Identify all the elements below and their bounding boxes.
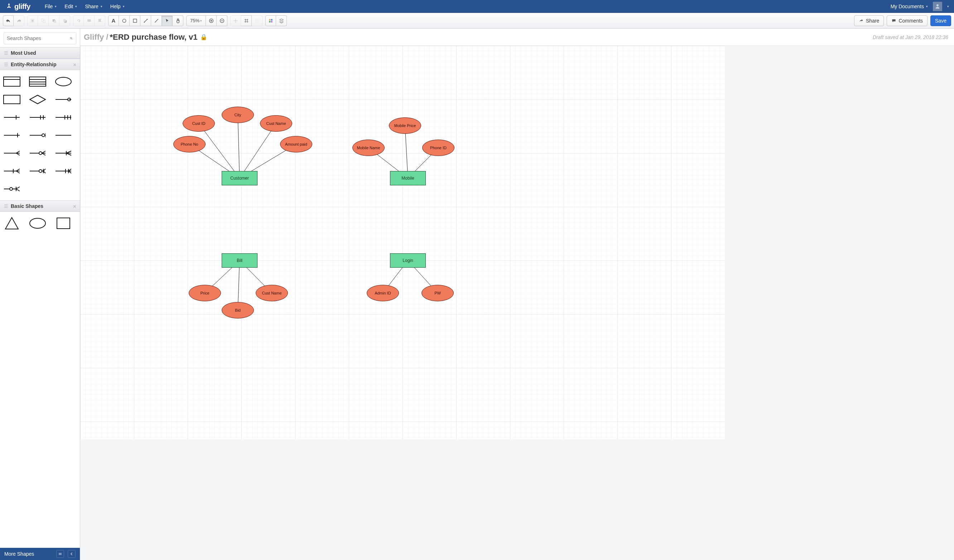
- snap-button[interactable]: [230, 16, 241, 26]
- svg-rect-33: [57, 218, 70, 229]
- bring-front-icon: [51, 18, 57, 23]
- entity-mobile[interactable]: Mobile: [390, 171, 426, 185]
- breadcrumb[interactable]: Gliffy /: [84, 33, 108, 42]
- grid-button[interactable]: [241, 16, 252, 26]
- link-button[interactable]: [73, 16, 84, 26]
- save-button[interactable]: Save: [931, 16, 951, 26]
- note-button[interactable]: [84, 16, 95, 26]
- chevron-down-icon: ▾: [926, 5, 928, 8]
- shape-conn-10[interactable]: [54, 163, 73, 179]
- shape-conn-crow-o[interactable]: [28, 145, 47, 161]
- my-documents[interactable]: My Documents▾: [891, 3, 928, 9]
- rect-tool[interactable]: [129, 16, 140, 26]
- canvas-scroll[interactable]: CustomerMobileBillLoginPhone NoCust IDCi…: [80, 46, 954, 560]
- shape-ellipse[interactable]: [28, 215, 47, 231]
- popup-button[interactable]: [95, 16, 105, 26]
- drawing-canvas[interactable]: CustomerMobileBillLoginPhone NoCust IDCi…: [80, 46, 725, 439]
- ungroup-button[interactable]: [38, 16, 49, 26]
- shape-conn-8[interactable]: [2, 163, 22, 179]
- layers-button[interactable]: [276, 16, 287, 26]
- shape-conn-1[interactable]: [54, 92, 73, 107]
- attribute-city[interactable]: City: [222, 107, 254, 123]
- shape-conn-2[interactable]: [2, 109, 22, 125]
- shape-conn-3[interactable]: [28, 109, 47, 125]
- shape-conn-11[interactable]: [2, 181, 22, 197]
- shape-conn-crow[interactable]: [2, 145, 22, 161]
- attribute-price[interactable]: Price: [189, 285, 221, 301]
- menu-file[interactable]: File▾: [45, 3, 57, 9]
- theme-button[interactable]: [265, 16, 276, 26]
- shape-conn-crow-1[interactable]: [54, 145, 73, 161]
- shape-conn-4[interactable]: [54, 109, 73, 125]
- attribute-amount_paid[interactable]: Amount paid: [280, 136, 312, 152]
- line-icon: [154, 18, 159, 23]
- collapse-sidebar-button[interactable]: [68, 550, 76, 558]
- line-tool[interactable]: [151, 16, 162, 26]
- shape-conn-9[interactable]: [28, 163, 47, 179]
- attribute-cust_id[interactable]: Cust ID: [182, 115, 215, 132]
- page-title[interactable]: *ERD purchase flow, v1: [109, 33, 197, 42]
- svg-line-35: [199, 123, 240, 178]
- attribute-admin_id[interactable]: Admin ID: [367, 285, 399, 301]
- zoom-out-button[interactable]: [217, 16, 228, 26]
- svg-rect-10: [133, 19, 136, 22]
- attribute-cust_name2[interactable]: Cust Name: [256, 285, 288, 301]
- shape-entity[interactable]: [2, 74, 22, 89]
- menu-help[interactable]: Help▾: [110, 3, 125, 9]
- brand-logo: gliffy: [5, 3, 30, 11]
- attribute-bid[interactable]: Bid: [222, 302, 254, 319]
- share-button[interactable]: Share: [854, 16, 884, 26]
- shape-triangle[interactable]: [2, 215, 22, 231]
- redo-button[interactable]: [14, 16, 24, 26]
- attribute-cust_name[interactable]: Cust Name: [260, 115, 292, 132]
- attribute-pw[interactable]: PW: [421, 285, 454, 301]
- shape-entity-rows[interactable]: [28, 74, 47, 89]
- ellipse-tool[interactable]: [119, 16, 129, 26]
- svg-point-31: [10, 188, 12, 190]
- menu-share[interactable]: Share▾: [85, 3, 102, 9]
- attribute-mobile_price[interactable]: Mobile Price: [389, 117, 421, 134]
- shape-conn-7[interactable]: [54, 128, 73, 143]
- footer-btn-1[interactable]: [56, 550, 64, 558]
- shape-rect[interactable]: [2, 92, 22, 107]
- category-most-used[interactable]: Most Used: [0, 47, 80, 59]
- zoom-in-button[interactable]: [206, 16, 217, 26]
- guides-button[interactable]: [252, 16, 262, 26]
- shape-attr-ellipse[interactable]: [54, 74, 73, 89]
- user-menu[interactable]: [933, 2, 942, 11]
- category-er[interactable]: Entity-Relationship ×: [0, 59, 80, 70]
- shape-conn-6[interactable]: [28, 128, 47, 143]
- svg-point-29: [39, 152, 42, 155]
- group-button[interactable]: [27, 16, 38, 26]
- shape-relationship[interactable]: [28, 92, 47, 107]
- entity-login[interactable]: Login: [390, 254, 426, 268]
- shape-conn-5[interactable]: [2, 128, 22, 143]
- svg-point-28: [42, 134, 45, 137]
- close-icon[interactable]: ×: [73, 203, 76, 209]
- front-button[interactable]: [49, 16, 59, 26]
- pointer-tool[interactable]: [162, 16, 173, 26]
- menu-edit[interactable]: Edit▾: [64, 3, 77, 9]
- entity-bill[interactable]: Bill: [222, 254, 257, 268]
- guides-icon: [254, 18, 260, 23]
- comments-button[interactable]: Comments: [887, 16, 928, 26]
- zoom-dropdown[interactable]: 75%▾: [186, 16, 206, 26]
- undo-button[interactable]: [3, 16, 14, 26]
- search-input[interactable]: [7, 36, 70, 41]
- lock-icon: 🔒: [200, 34, 207, 40]
- category-basic[interactable]: Basic Shapes ×: [0, 201, 80, 212]
- pan-tool[interactable]: [173, 16, 183, 26]
- text-tool[interactable]: A: [108, 16, 119, 26]
- connector-tool[interactable]: [140, 16, 151, 26]
- send-back-icon: [62, 18, 68, 23]
- search-shapes[interactable]: [3, 32, 76, 44]
- close-icon[interactable]: ×: [73, 62, 76, 68]
- entity-customer[interactable]: Customer: [222, 171, 257, 185]
- attribute-mobile_name[interactable]: Mobile Name: [352, 140, 385, 156]
- shape-square[interactable]: [54, 215, 73, 231]
- attribute-phone_id[interactable]: Phone ID: [422, 140, 454, 156]
- attribute-phone_no[interactable]: Phone No: [173, 136, 206, 152]
- svg-rect-1: [31, 20, 33, 22]
- more-shapes-link[interactable]: More Shapes: [4, 551, 34, 557]
- back-button[interactable]: [59, 16, 70, 26]
